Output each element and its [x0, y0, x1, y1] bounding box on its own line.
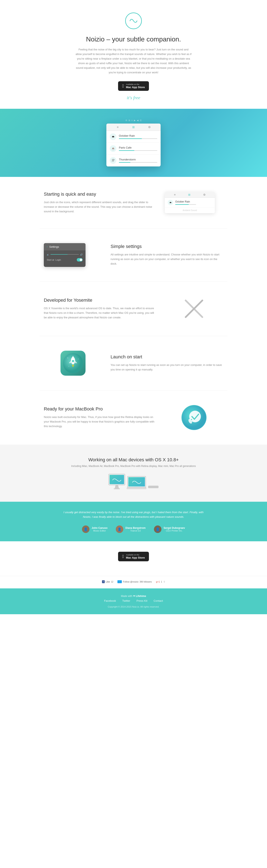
imac-base — [114, 488, 120, 489]
starting-title: Starting is quick and easy — [44, 191, 156, 197]
grid-icon[interactable]: ⊞ — [132, 125, 135, 129]
topbar-icon-5: ◀ — [137, 119, 138, 121]
starting-text: Starting is quick and easy Just click on… — [44, 191, 156, 214]
footer-twitter-link[interactable]: Twitter — [122, 599, 130, 602]
thunderstorm-slider[interactable] — [119, 162, 157, 163]
settings-visual: ‹ Settings 🔉 🔊 Star — [44, 243, 102, 267]
sound-item-october-rain[interactable]: 🌧 October Rain — [106, 131, 161, 143]
john-name: John Canuso — [91, 527, 107, 529]
testimonial-quote: I usually get distracted very easily by … — [60, 510, 207, 519]
mini-app-window: ≡ ⊞ ⚙ 🌧 October Rain — [165, 192, 215, 213]
plus-count: 1 — [161, 581, 162, 583]
list-icon[interactable]: ≡ — [116, 125, 119, 129]
mini-grid-icon[interactable]: ⊞ — [188, 193, 190, 196]
avatar-diana: 👤 — [116, 525, 123, 533]
starting-content: Starting is quick and easy Just click on… — [44, 191, 223, 214]
thunderstorm-name: Thunderstorm — [119, 158, 157, 161]
john-role: Music Editor — [91, 529, 107, 532]
mini-sound-item[interactable]: 🌧 October Rain — [165, 198, 215, 208]
paris-cafe-icon: ☕ — [110, 145, 116, 152]
lifehime-label: Lifehime — [136, 595, 146, 597]
starting-description: Just click on the icons, which represent… — [44, 200, 156, 214]
app-store-large-label: Mac App Store — [126, 86, 145, 89]
paris-cafe-slider[interactable] — [119, 150, 157, 151]
app-topbar: ≡ ⊞ ⚙ — [106, 124, 161, 131]
yosemite-section: Developed for Yosemite OS X Yosemite is … — [0, 282, 267, 336]
settings-description: All settings are intuitive and simple to… — [111, 252, 223, 266]
footer-contact-link[interactable]: Contact — [154, 599, 163, 602]
october-rain-slider[interactable] — [119, 138, 157, 139]
twitter-social[interactable]: 🐦 Follow @noizio 396 followers — [117, 580, 152, 583]
mini-app-topbar: ≡ ⊞ ⚙ — [165, 192, 215, 198]
yosemite-content: Developed for Yosemite OS X Yosemite is … — [44, 296, 223, 321]
sound-item-thunderstorm[interactable]: ⛈ Thunderstorm — [106, 155, 161, 166]
launch-section: Launch on start You can set up Noizio to… — [0, 336, 267, 390]
yosemite-logo — [182, 296, 207, 321]
devices-section: Working on all Mac devices with OS X 10.… — [0, 445, 267, 502]
facebook-count: 12 — [111, 581, 113, 583]
settings-text: Simple settings All settings are intuiti… — [111, 244, 223, 266]
mac-mini-device — [148, 486, 159, 489]
settings-icon[interactable]: ⚙ — [148, 125, 151, 129]
bottom-cta-section:  Available on the Mac App Store — [0, 541, 267, 576]
sound-item-paris-cafe[interactable]: ☕ Paris Cafe — [106, 143, 161, 155]
mini-sound-slider[interactable] — [175, 204, 196, 205]
twitter-badge: 🐦 — [117, 580, 122, 583]
diana-name: Diana Bergstrom — [125, 527, 145, 529]
plus-count2: 0 — [164, 581, 165, 583]
topbar-icon-1: ⚙ — [125, 119, 127, 121]
facebook-social[interactable]: f Like 12 — [102, 580, 113, 583]
sergei-name: Sergei Dubograev — [163, 527, 185, 529]
profile-info-sergei: Sergei Dubograev CEO Printer Inc. — [163, 527, 185, 532]
macbook-device — [127, 476, 146, 489]
settings-header: ‹ Settings — [44, 243, 85, 250]
screenshot-section: ⚙ ⊞ ≡ ▶ ◀ ☰ ≡ ⊞ ⚙ 🌧 October Rain ☕ Paris — [0, 109, 267, 177]
settings-back-icon[interactable]: ‹ — [47, 245, 48, 248]
volume-row: 🔉 🔊 — [47, 253, 83, 256]
footer: Made with ❤ Lifehime Facebook Twitter Pr… — [0, 588, 267, 614]
macbook-description: Noizio was built exclusively for Mac. Th… — [44, 415, 156, 429]
paris-cafe-name: Paris Cafe — [119, 146, 157, 149]
mini-app-sub: Ambient Sound — [168, 209, 212, 212]
macbook-icon — [182, 405, 207, 430]
paris-cafe-info: Paris Cafe — [119, 146, 157, 151]
app-store-small-label: Available on the — [126, 83, 145, 86]
social-links: f Like 12 🐦 Follow @noizio 396 followers… — [4, 580, 263, 583]
app-window: ≡ ⊞ ⚙ 🌧 October Rain ☕ Paris Cafe — [106, 124, 161, 166]
profile-john: 👤 John Canuso Music Editor — [82, 525, 107, 533]
avatar-john: 👤 — [82, 525, 89, 533]
bottom-app-store-large: Mac App Store — [126, 556, 145, 559]
settings-window-title: Settings — [49, 245, 59, 248]
bottom-app-store-btn-text: Available on the Mac App Store — [126, 554, 145, 559]
imac-device — [108, 474, 125, 489]
devices-title: Working on all Mac devices with OS X 10.… — [4, 457, 263, 463]
social-bar: f Like 12 🐦 Follow @noizio 396 followers… — [0, 576, 267, 588]
start-at-toggle[interactable] — [77, 258, 83, 261]
footer-facebook-link[interactable]: Facebook — [104, 599, 116, 602]
macbook-body — [127, 488, 146, 489]
footer-nav[interactable]: Facebook Twitter Press Kit Contact — [4, 599, 263, 602]
profile-diana: 👤 Diana Bergstrom Trance DJ — [116, 525, 145, 533]
mini-sound-name: October Rain — [175, 200, 196, 203]
login-text: Login — [55, 258, 61, 261]
toggle-thumb — [80, 258, 82, 261]
footer-presskit-link[interactable]: Press Kit — [136, 599, 147, 602]
bottom-app-store-button[interactable]:  Available on the Mac App Store — [118, 552, 149, 561]
starting-section: Starting is quick and easy Just click on… — [0, 177, 267, 228]
mini-list-icon[interactable]: ≡ — [174, 193, 176, 196]
yosemite-description: OS X Yosemite is the world's most advanc… — [44, 306, 156, 320]
volume-slider[interactable] — [51, 254, 79, 255]
app-store-button[interactable]:  Available on the Mac App Store — [118, 81, 149, 91]
footer-copyright: Copyright © 2014-2015 Noiz.io. All right… — [4, 606, 263, 608]
yosemite-text: Developed for Yosemite OS X Yosemite is … — [44, 298, 156, 320]
hero-title: Noizio – your subtle companion. — [4, 35, 263, 43]
settings-content: Simple settings All settings are intuiti… — [44, 243, 223, 267]
mini-gear-icon[interactable]: ⚙ — [203, 193, 206, 196]
hero-description: Feeling that the noise of the big city i… — [75, 47, 192, 75]
launch-icon — [60, 351, 85, 376]
svg-point-10 — [78, 359, 79, 359]
launch-description: You can set up Noizio to start running a… — [111, 363, 223, 372]
thunderstorm-info: Thunderstorm — [119, 158, 157, 163]
gplus-social[interactable]: g+1 1 0 — [156, 580, 165, 583]
settings-body: 🔉 🔊 Start at Login — [44, 250, 85, 267]
